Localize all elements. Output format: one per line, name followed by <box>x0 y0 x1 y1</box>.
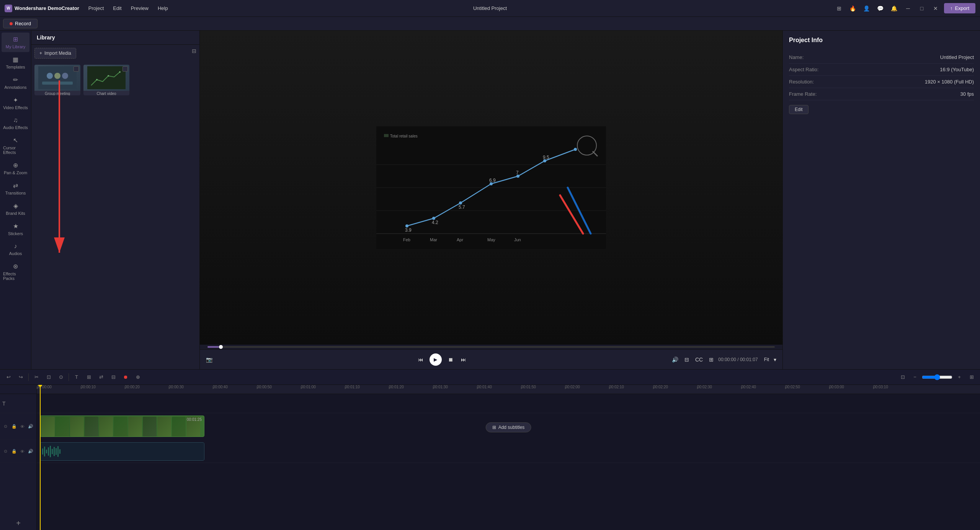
video-preview: 3.9 4.2 5.7 6.9 7 9.5 Feb Mar Apr May Ju… <box>200 31 782 345</box>
sidebar-item-annotations[interactable]: ✏ Annotations <box>2 73 29 93</box>
svg-text:Jun: Jun <box>514 237 521 242</box>
sidebar-item-video-effects[interactable]: ✦ Video Effects <box>2 93 29 113</box>
menu-edit[interactable]: Edit <box>111 5 123 12</box>
record-button[interactable]: Record <box>3 19 38 28</box>
thumb-select-1[interactable] <box>74 66 79 72</box>
audio-track-mute[interactable]: 🔊 <box>27 448 34 455</box>
account-icon[interactable]: 👤 <box>861 3 872 14</box>
library-title: Library <box>37 34 55 41</box>
thumb-select-2[interactable] <box>122 66 128 72</box>
feedback-icon[interactable]: 💬 <box>875 3 886 14</box>
clip-duration: 00:01:25 <box>187 417 202 422</box>
sidebar-item-effects-packs[interactable]: ⊛ Effects Packs <box>2 260 29 284</box>
audio-settings-btn[interactable]: ⊟ <box>683 355 691 364</box>
sidebar-item-my-library[interactable]: ⊞ My Library <box>2 33 29 52</box>
fire-icon[interactable]: 🔥 <box>848 3 858 14</box>
svg-rect-41 <box>46 450 47 453</box>
volume-btn[interactable]: 🔊 <box>670 355 680 364</box>
sidebar-item-transitions[interactable]: ⇄ Transitions <box>2 179 29 198</box>
ruler-mark-13: 00:02:10 <box>609 385 624 389</box>
audio-track-lock[interactable]: 🔒 <box>11 448 18 455</box>
timeline-scrubber[interactable] <box>207 346 775 348</box>
svg-text:6.9: 6.9 <box>489 178 496 183</box>
media-thumbnail-2[interactable]: Chart video <box>83 65 129 95</box>
svg-rect-4 <box>42 82 73 85</box>
add-track-button[interactable]: + <box>0 516 37 530</box>
audio-track-settings[interactable]: ⊙ <box>2 448 9 455</box>
add-subtitles-button[interactable]: ⊞ Add subtitles <box>486 422 531 432</box>
bell-icon[interactable]: 🔔 <box>889 3 900 14</box>
zoom-slider[interactable] <box>922 374 952 380</box>
cursor-effects-icon: ↖ <box>13 137 18 144</box>
text-button[interactable]: T <box>71 372 82 383</box>
toolbar-separator-2 <box>69 373 69 381</box>
play-button[interactable]: ▶ <box>430 353 442 366</box>
info-value-name: Untitled Project <box>940 54 974 60</box>
track-lock-btn[interactable]: 🔒 <box>11 423 18 430</box>
speed-button[interactable]: ⊙ <box>56 372 66 383</box>
close-icon[interactable]: ✕ <box>930 3 941 14</box>
maximize-icon[interactable]: □ <box>916 3 927 14</box>
zoom-fit-button[interactable]: ⊡ <box>897 372 908 383</box>
more-tools-button[interactable]: ⊕ <box>132 372 143 383</box>
sidebar-item-stickers[interactable]: ★ Stickers <box>2 219 29 239</box>
track-visibility-btn[interactable]: 👁 <box>19 423 26 430</box>
svg-text:Apr: Apr <box>457 237 463 242</box>
screenshot-btn[interactable]: 📷 <box>204 355 214 364</box>
group-button[interactable]: ⊟ <box>108 372 119 383</box>
export-button[interactable]: ↑ Export <box>944 3 975 13</box>
svg-point-1 <box>47 73 53 79</box>
sidebar-item-cursor-effects[interactable]: ↖ Cursor Effects <box>2 134 29 158</box>
fit-dropdown-btn[interactable]: ▾ <box>772 355 778 364</box>
preview-area: 3.9 4.2 5.7 6.9 7 9.5 Feb Mar Apr May Ju… <box>200 31 782 369</box>
playhead[interactable] <box>40 385 41 530</box>
edit-button[interactable]: Edit <box>789 105 808 114</box>
transition-tl-button[interactable]: ⇄ <box>96 372 106 383</box>
ruler-mark-10: 00:01:40 <box>477 385 492 389</box>
audio-track-visibility[interactable]: 👁 <box>19 448 26 455</box>
sidebar-item-templates[interactable]: ▦ Templates <box>2 53 29 72</box>
time-display: 00:00:00 / 00:01:07 <box>718 357 758 362</box>
video-effects-icon: ✦ <box>13 97 18 104</box>
scrubber-thumb[interactable] <box>219 345 223 349</box>
svg-text:9.5: 9.5 <box>543 155 549 160</box>
redo-button[interactable]: ↪ <box>15 372 26 383</box>
audio-clip[interactable] <box>40 442 204 461</box>
undo-button[interactable]: ↩ <box>3 372 14 383</box>
ruler-mark-1: 00:00:10 <box>81 385 96 389</box>
screen-record-icon[interactable]: ⊞ <box>834 3 844 14</box>
crop-btn[interactable]: ⊞ <box>707 355 715 364</box>
track-settings-btn[interactable]: ⊙ <box>2 423 9 430</box>
video-clip[interactable]: 00:01:25 <box>40 415 204 437</box>
sidebar-item-audio-effects[interactable]: ♫ Audio Effects <box>2 114 29 133</box>
svg-rect-46 <box>56 448 57 455</box>
sidebar-item-pan-zoom[interactable]: ⊕ Pan & Zoom <box>2 159 29 178</box>
info-value-aspect: 16:9 (YouTube) <box>940 67 974 72</box>
info-row-aspect: Aspect Ratio: 16:9 (YouTube) <box>789 64 974 76</box>
sidebar-item-audios[interactable]: ♪ Audios <box>2 240 29 259</box>
timeline-ruler[interactable]: 00:00:00 00:00:10 00:00:20 00:00:30 00:0… <box>37 385 980 394</box>
minimize-icon[interactable]: ─ <box>903 3 913 14</box>
zoom-in-button[interactable]: + <box>954 372 965 383</box>
skip-forward-btn[interactable]: ⏭ <box>459 355 468 364</box>
annotation-button[interactable]: ⊞ <box>83 372 94 383</box>
captions-btn[interactable]: CC <box>694 355 704 364</box>
filter-icon[interactable]: ⊟ <box>192 48 196 59</box>
skip-back-btn[interactable]: ⏮ <box>416 355 425 364</box>
zoom-full-button[interactable]: ⊞ <box>966 372 977 383</box>
split-button[interactable]: ✂ <box>31 372 42 383</box>
zoom-out-button[interactable]: − <box>910 372 920 383</box>
svg-point-15 <box>432 217 435 220</box>
sidebar-item-brand-kits[interactable]: ◈ Brand Kits <box>2 199 29 219</box>
track-mute-btn[interactable]: 🔊 <box>27 423 34 430</box>
media-thumbnail-1[interactable]: Group meeting <box>34 65 80 95</box>
menu-preview[interactable]: Preview <box>129 5 150 12</box>
crop-timeline-button[interactable]: ⊡ <box>43 372 54 383</box>
stop-btn[interactable]: ⏹ <box>446 355 455 364</box>
import-media-button[interactable]: + Import Media <box>34 48 76 59</box>
text-track-header: T <box>0 394 36 413</box>
record-tl-button[interactable]: ⏺ <box>120 372 131 383</box>
ruler-mark-8: 00:01:20 <box>389 385 404 389</box>
menu-help[interactable]: Help <box>156 5 170 12</box>
menu-project[interactable]: Project <box>87 5 105 12</box>
